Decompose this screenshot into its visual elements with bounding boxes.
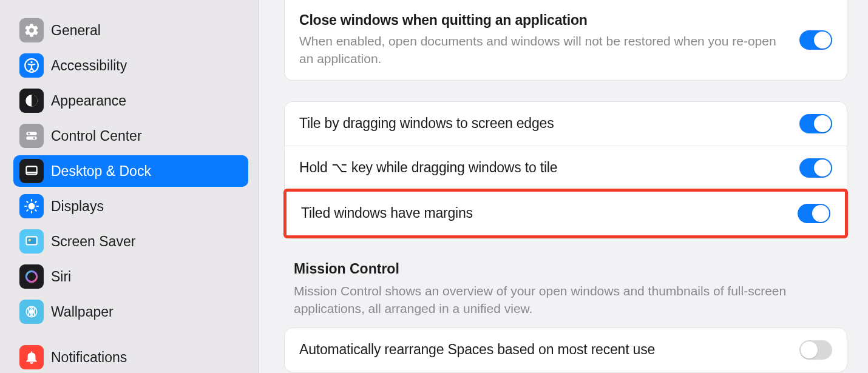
sidebar-item-screen-saver[interactable]: Screen Saver (13, 226, 248, 257)
svg-line-13 (35, 210, 36, 211)
heading-mission-control: Mission Control Mission Control shows an… (284, 239, 847, 328)
control-center-icon (19, 124, 44, 148)
svg-point-5 (28, 132, 30, 134)
desktop-dock-icon (19, 159, 44, 183)
wallpaper-icon (19, 300, 44, 324)
sidebar-item-label: General (51, 22, 101, 39)
sidebar-item-desktop-dock[interactable]: Desktop & Dock (13, 155, 248, 187)
section-close-windows: Close windows when quitting an applicati… (284, 0, 847, 81)
svg-point-1 (30, 61, 32, 63)
accessibility-icon (19, 53, 44, 78)
row-title: Automatically rearrange Spaces based on … (299, 341, 785, 358)
sidebar-item-control-center[interactable]: Control Center (13, 120, 248, 152)
svg-point-6 (33, 137, 35, 139)
toggle-tile-edges[interactable] (799, 114, 832, 133)
toggle-rearrange-spaces[interactable] (799, 340, 832, 360)
content-pane: Close windows when quitting an applicati… (259, 0, 868, 373)
row-title: Hold ⌥ key while dragging windows to til… (299, 160, 785, 176)
sidebar-group-main: General Accessibility Appearance Control… (13, 15, 248, 328)
svg-point-9 (29, 203, 35, 210)
sidebar-group-secondary: Notifications (13, 341, 248, 373)
sidebar-item-accessibility[interactable]: Accessibility (13, 50, 248, 81)
siri-icon (19, 264, 44, 289)
svg-point-20 (26, 271, 36, 281)
svg-point-19 (29, 239, 31, 241)
gear-icon (19, 18, 44, 42)
sidebar-item-label: Accessibility (51, 58, 127, 74)
sidebar-item-label: Wallpaper (51, 304, 114, 320)
sidebar-item-general[interactable]: General (13, 15, 248, 46)
sidebar-spacer (13, 331, 248, 338)
row-text: Close windows when quitting an applicati… (299, 12, 785, 68)
svg-line-12 (27, 201, 28, 203)
screen-saver-icon (19, 229, 44, 254)
svg-line-16 (27, 210, 28, 211)
row-hold-option: Hold ⌥ key while dragging windows to til… (285, 146, 847, 190)
svg-rect-7 (26, 166, 36, 174)
row-title: Close windows when quitting an applicati… (299, 12, 785, 29)
sidebar: General Accessibility Appearance Control… (0, 0, 259, 373)
sidebar-item-displays[interactable]: Displays (13, 190, 248, 222)
sidebar-item-label: Siri (51, 269, 71, 285)
row-tile-edges: Tile by dragging windows to screen edges (285, 102, 847, 146)
heading-desc: Mission Control shows an overview of you… (294, 282, 816, 318)
toggle-close-windows[interactable] (799, 30, 832, 50)
sidebar-item-label: Desktop & Dock (51, 163, 151, 180)
sidebar-item-label: Notifications (51, 349, 127, 366)
svg-rect-18 (26, 237, 36, 244)
row-title: Tiled windows have margins (301, 205, 783, 221)
toggle-tiled-margins[interactable] (798, 204, 830, 223)
svg-point-22 (30, 311, 33, 313)
sidebar-item-notifications[interactable]: Notifications (13, 341, 248, 373)
sidebar-item-label: Screen Saver (51, 234, 135, 250)
sidebar-item-siri[interactable]: Siri (13, 261, 248, 292)
sidebar-item-label: Appearance (51, 93, 126, 109)
sidebar-item-label: Displays (51, 198, 104, 215)
section-tiling: Tile by dragging windows to screen edges… (284, 101, 847, 239)
sidebar-item-label: Control Center (51, 128, 142, 144)
row-rearrange-spaces: Automatically rearrange Spaces based on … (285, 328, 847, 372)
appearance-icon (19, 89, 44, 113)
row-tiled-margins: Tiled windows have margins (287, 192, 845, 235)
highlight-tiled-margins: Tiled windows have margins (283, 189, 848, 238)
row-title: Tile by dragging windows to screen edges (299, 115, 785, 132)
heading-title: Mission Control (294, 261, 847, 277)
section-mission-control: Automatically rearrange Spaces based on … (284, 328, 847, 372)
sidebar-item-appearance[interactable]: Appearance (13, 85, 248, 116)
row-close-windows: Close windows when quitting an applicati… (285, 0, 847, 80)
displays-icon (19, 194, 44, 218)
toggle-hold-option[interactable] (799, 158, 832, 178)
svg-rect-3 (26, 132, 36, 135)
sidebar-item-wallpaper[interactable]: Wallpaper (13, 296, 248, 328)
row-desc: When enabled, open documents and windows… (299, 32, 785, 68)
notifications-icon (19, 345, 44, 369)
svg-line-17 (35, 201, 36, 203)
